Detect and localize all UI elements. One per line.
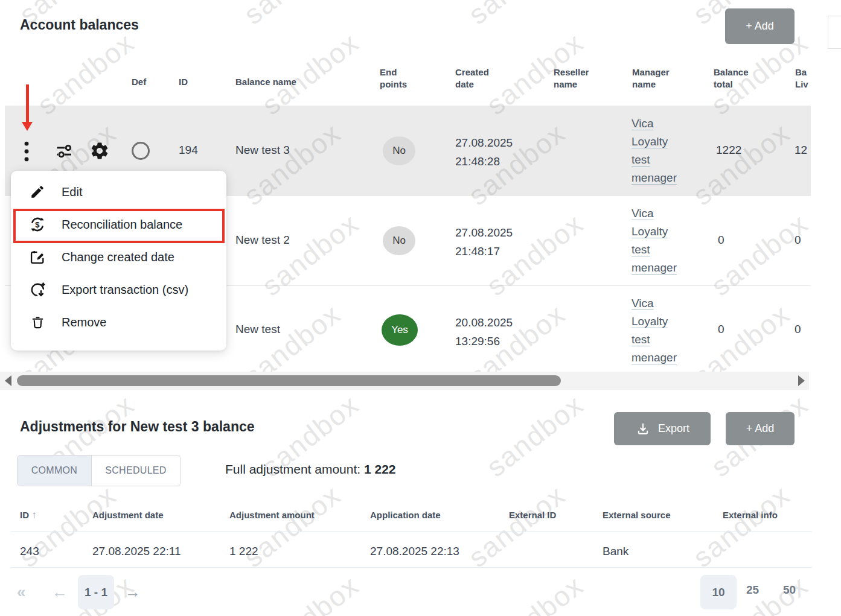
menu-item-label: Reconciliation balance [62,218,182,232]
menu-item-label: Export transaction (csv) [62,283,188,297]
horizontal-scrollbar-thumb[interactable] [17,375,561,386]
row-context-menu: Edit $ Reconciliation balance [11,171,226,351]
column-header-balance-total: Balance total [714,66,757,90]
tab-scheduled[interactable]: SCHEDULED [92,456,180,486]
column-header-end-points: End points [380,66,417,90]
balance-name: New test 3 [235,144,290,157]
adj-header-application-date: Application date [370,509,441,521]
watermark-text: sandbox [255,207,365,302]
watermark-text: sandbox [686,478,796,574]
scroll-right-arrow-icon[interactable] [798,375,805,386]
watermark-text: sandbox [255,569,365,616]
full-adjustment-amount: Full adjustment amount: 1 222 [225,462,396,477]
download-icon [635,421,651,437]
adj-header-adjustment-date: Adjustment date [92,509,164,521]
column-header-balance-live: Ba Liv [795,66,819,90]
balance-total: 0 [718,323,724,336]
pagination-next-button[interactable]: → [125,583,141,602]
endpoints-badge: No [383,226,415,255]
kebab-icon [23,140,30,163]
export-button-label: Export [658,422,689,435]
endpoints-badge: No [383,136,415,165]
created-date-cell: 20.08.2025 13:29:56 [455,313,513,351]
adj-header-external-source: External source [603,509,671,521]
watermark-text: sandbox [13,478,122,574]
page-size-50[interactable]: 50 [783,583,796,597]
watermark-text: sandbox [705,207,814,302]
add-adjustment-button[interactable]: + Add [726,412,795,445]
menu-item-remove[interactable]: Remove [11,306,226,338]
created-time: 21:48:28 [455,152,513,171]
adj-header-external-id: External ID [509,509,556,521]
page-size-10[interactable]: 10 [700,575,737,609]
menu-item-label: Remove [62,316,106,329]
watermark-text: sandbox [462,0,571,31]
page: sandboxsandboxsandboxsandboxsandboxsandb… [0,0,841,616]
column-header-balance-name: Balance name [235,76,296,88]
manager-link[interactable]: Vica Loyalty test menager [632,205,675,277]
adjustments-title: Adjustments for New test 3 balance [20,419,255,435]
balance-name: New test 2 [235,233,290,247]
annotation-arrow-head [22,122,33,131]
column-header-created-date: Created date [455,66,500,90]
created-date-cell: 27.08.2025 21:48:28 [455,133,513,171]
watermark-text: sandbox [462,478,571,574]
export-transactions-icon [27,281,48,299]
adj-header-id-label: ID [20,510,29,520]
default-radio[interactable] [132,142,150,160]
balance-live: 12 [795,144,807,157]
menu-item-export-transaction[interactable]: Export transaction (csv) [11,273,226,306]
adj-header-adjustment-amount: Adjustment amount [229,509,315,521]
adj-header-external-info: External info [723,509,778,521]
annotation-arrow [26,84,29,122]
tune-icon [56,143,76,159]
manager-link[interactable]: Vica Loyalty test menager [632,294,675,367]
column-header-manager-name: Manager name [632,66,680,90]
gear-icon [89,141,110,161]
created-date-cell: 27.08.2025 21:48:17 [455,223,513,261]
adj-header-id[interactable]: ID ↑ [20,509,37,521]
pagination-first-button[interactable]: « [17,583,25,602]
tab-common[interactable]: COMMON [18,456,92,486]
watermark-text: sandbox [480,388,589,483]
balance-name: New test [235,323,280,336]
column-header-reseller-name: Reseller name [554,66,597,90]
svg-text:$: $ [35,220,40,229]
edit-calendar-icon [27,249,48,265]
watermark-text: sandbox [480,569,589,616]
menu-item-reconciliation-balance[interactable]: $ Reconciliation balance [11,208,226,241]
adj-application-date: 27.08.2025 22:13 [370,545,459,558]
menu-item-edit[interactable]: Edit [11,176,226,208]
row-actions-menu-button[interactable] [23,140,30,165]
pagination-range[interactable]: 1 - 1 [78,575,114,609]
column-header-def: Def [132,76,146,88]
column-header-id: ID [179,76,188,88]
row-tune-button[interactable] [56,143,76,162]
adj-adjustment-date: 27.08.2025 22:11 [92,545,181,558]
menu-item-change-created-date[interactable]: Change created date [11,241,226,273]
trash-icon [27,315,48,330]
watermark-text: sandbox [237,478,347,574]
full-adjustment-amount-value: 1 222 [364,462,396,476]
page-title: Account balances [20,17,139,33]
watermark-text: sandbox [237,0,347,31]
manager-link[interactable]: Vica Loyalty test menager [632,115,675,187]
balance-live: 0 [795,233,801,247]
page-size-25[interactable]: 25 [746,583,759,597]
pencil-icon [27,184,48,200]
sort-arrow-icon: ↑ [31,509,37,521]
add-balance-button[interactable]: + Add [725,8,795,44]
currency-sync-icon: $ [27,215,48,233]
created-date: 27.08.2025 [455,133,513,152]
row-settings-button[interactable] [89,141,110,164]
created-date: 27.08.2025 [455,223,513,242]
table-divider [11,567,812,568]
adj-amount: 1 222 [229,545,258,558]
scroll-left-arrow-icon[interactable] [5,375,11,386]
balance-live: 0 [795,323,801,336]
table-divider [11,532,812,532]
created-time: 21:48:17 [455,242,513,261]
menu-item-label: Edit [62,185,82,199]
export-button[interactable]: Export [614,412,711,445]
pagination-prev-button[interactable]: ← [52,583,68,602]
